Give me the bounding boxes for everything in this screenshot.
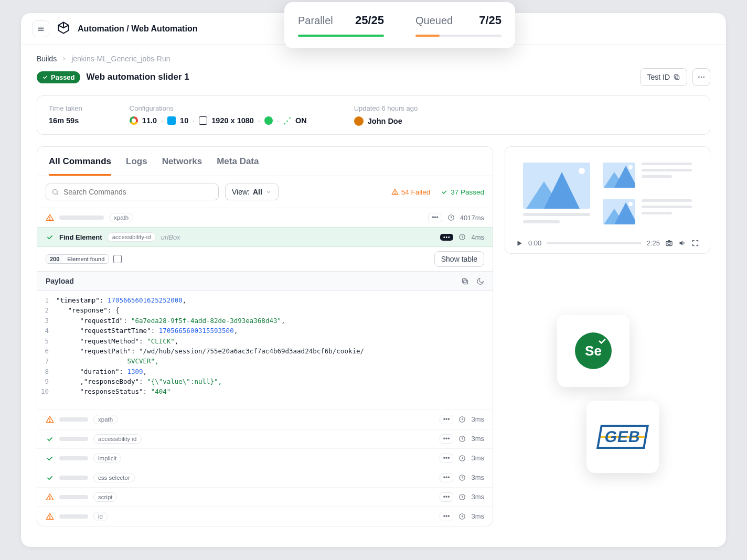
row-more-button[interactable]: ••• bbox=[440, 492, 454, 502]
selenium-brand-card: Se bbox=[557, 315, 629, 387]
row-time: 3ms bbox=[471, 493, 484, 501]
copy-icon[interactable] bbox=[461, 277, 469, 285]
svg-rect-16 bbox=[464, 280, 468, 284]
fullscreen-icon[interactable] bbox=[691, 239, 699, 247]
locator-chip: accessibility-id bbox=[108, 232, 156, 242]
thumbnail-small bbox=[603, 199, 635, 224]
svg-point-19 bbox=[49, 421, 50, 421]
more-actions-button[interactable] bbox=[692, 68, 710, 86]
breadcrumb-root[interactable]: Builds bbox=[37, 55, 57, 63]
breadcrumb-title: Automation / Web Automation bbox=[78, 24, 197, 34]
camera-icon[interactable] bbox=[665, 239, 673, 247]
tab-meta-data[interactable]: Meta Data bbox=[217, 156, 259, 176]
locator-value: urlBox bbox=[161, 233, 180, 241]
command-row[interactable]: xpath ••• 4017ms bbox=[37, 208, 493, 227]
view-select[interactable]: View: All bbox=[225, 184, 279, 200]
command-row[interactable]: implicit•••3ms bbox=[37, 448, 493, 468]
svg-line-9 bbox=[57, 193, 58, 195]
command-name: Find Element bbox=[59, 233, 102, 241]
menu-toggle-button[interactable] bbox=[33, 20, 49, 37]
clock-icon bbox=[458, 233, 466, 241]
tab-logs[interactable]: Logs bbox=[126, 156, 147, 176]
video-preview-card: 0:00 2:25 bbox=[505, 146, 710, 254]
thumbnail-large bbox=[523, 163, 590, 209]
search-input-wrap[interactable] bbox=[46, 184, 219, 200]
svg-rect-3 bbox=[676, 76, 679, 80]
configurations-label: Configurations bbox=[130, 104, 307, 112]
command-row[interactable]: id•••3ms bbox=[37, 507, 493, 526]
video-progress[interactable] bbox=[547, 242, 641, 244]
svg-point-5 bbox=[698, 77, 700, 78]
svg-point-31 bbox=[668, 242, 670, 245]
chrome-icon bbox=[130, 116, 138, 125]
tab-networks[interactable]: Networks bbox=[162, 156, 202, 176]
run-info-card: Time taken 16m 59s Configurations 11.0 ·… bbox=[37, 95, 710, 135]
search-input[interactable] bbox=[63, 188, 213, 196]
time-taken-value: 16m 59s bbox=[49, 116, 82, 125]
stat-queued-label: Queued bbox=[415, 15, 453, 27]
locator-chip: css selector bbox=[93, 473, 135, 482]
row-time: 3ms bbox=[471, 454, 484, 462]
svg-point-25 bbox=[49, 498, 50, 499]
svg-point-6 bbox=[701, 77, 702, 78]
resolution-icon bbox=[199, 116, 207, 125]
stat-parallel-value: 25/25 bbox=[355, 14, 384, 27]
row-more-button[interactable]: ••• bbox=[428, 213, 442, 222]
row-time: 3ms bbox=[471, 415, 484, 423]
status-dot-icon bbox=[264, 116, 273, 125]
image-icon[interactable] bbox=[113, 255, 122, 263]
svg-rect-4 bbox=[674, 74, 678, 78]
command-row-selected[interactable]: Find Element accessibility-id urlBox •••… bbox=[37, 227, 493, 247]
secret-chip: ••• bbox=[440, 234, 454, 241]
row-time: 3ms bbox=[471, 435, 484, 443]
locator-chip: implicit bbox=[93, 454, 121, 463]
locator-chip: script bbox=[93, 492, 117, 502]
volume-icon[interactable] bbox=[678, 239, 686, 247]
app-logo bbox=[57, 21, 70, 37]
status-badge: Passed bbox=[37, 71, 80, 83]
stat-queued-value: 7/25 bbox=[479, 14, 501, 27]
tab-all-commands[interactable]: All Commands bbox=[49, 156, 111, 176]
command-row[interactable]: css selector•••3ms bbox=[37, 468, 493, 487]
signal-icon: ⋰ bbox=[283, 116, 291, 125]
passed-count: 37 Passed bbox=[441, 188, 484, 196]
svg-point-13 bbox=[49, 219, 50, 220]
tabs: All Commands Logs Networks Meta Data bbox=[37, 147, 493, 176]
payload-header: Payload bbox=[37, 272, 493, 291]
user-name: John Doe bbox=[368, 117, 402, 125]
row-more-button[interactable]: ••• bbox=[440, 434, 454, 444]
svg-point-11 bbox=[394, 193, 395, 193]
resolution-value: 1920 x 1080 bbox=[211, 116, 254, 125]
command-row[interactable]: script•••3ms bbox=[37, 487, 493, 507]
test-id-button[interactable]: Test ID bbox=[640, 68, 687, 86]
row-more-button[interactable]: ••• bbox=[440, 454, 454, 463]
row-more-button[interactable]: ••• bbox=[440, 415, 454, 424]
response-tag: 200Element found bbox=[46, 254, 109, 264]
show-table-button[interactable]: Show table bbox=[434, 251, 484, 267]
svg-point-8 bbox=[53, 189, 58, 194]
on-label: ON bbox=[295, 116, 307, 125]
breadcrumb: Builds jenkins-ML_Generic_jobs-Run bbox=[37, 55, 710, 63]
time-taken-label: Time taken bbox=[49, 104, 82, 112]
browser-version: 11.0 bbox=[142, 116, 157, 125]
thumbnail-small bbox=[603, 163, 635, 188]
row-more-button[interactable]: ••• bbox=[440, 512, 454, 521]
command-row[interactable]: accessibility id•••3ms bbox=[37, 429, 493, 448]
svg-point-28 bbox=[49, 518, 50, 518]
stats-popover: Parallel 25/25 Queued 7/25 bbox=[284, 2, 515, 48]
row-time: 3ms bbox=[471, 473, 484, 481]
updated-label: Updated 6 hours ago bbox=[354, 104, 418, 112]
play-icon[interactable] bbox=[516, 240, 523, 247]
stat-parallel-label: Parallel bbox=[298, 15, 333, 27]
video-time-total: 2:25 bbox=[647, 239, 660, 247]
failed-count: 54 Failed bbox=[391, 188, 431, 196]
locator-chip: id bbox=[93, 512, 108, 521]
command-row[interactable]: xpath•••3ms bbox=[37, 410, 493, 429]
row-time: 4ms bbox=[471, 233, 484, 241]
moon-icon[interactable] bbox=[476, 277, 484, 285]
row-more-button[interactable]: ••• bbox=[440, 473, 454, 482]
svg-point-7 bbox=[703, 77, 705, 78]
geb-brand-card: GEB bbox=[586, 401, 659, 473]
clock-icon bbox=[447, 214, 455, 221]
locator-chip: xpath bbox=[109, 213, 133, 222]
